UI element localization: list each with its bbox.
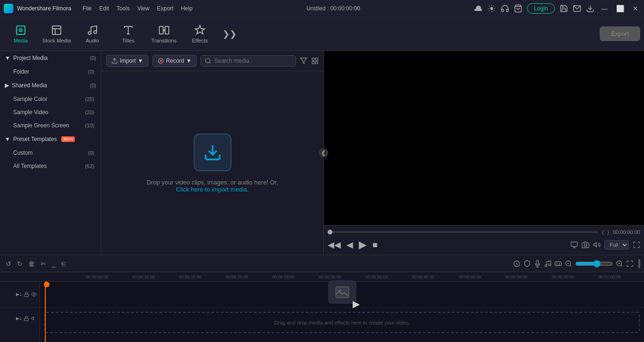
progress-bar[interactable] (328, 231, 598, 233)
preset-templates-label: Preset Templates (13, 136, 57, 142)
sidebar-item-sample-color[interactable]: Sample Color (25) (0, 92, 101, 106)
export-button[interactable]: Export (600, 26, 640, 41)
chevron-down-icon2: ▼ (5, 136, 10, 142)
step-back-button[interactable]: ◀◀ (328, 240, 341, 250)
headset-icon[interactable] (501, 4, 509, 13)
cloud-icon[interactable] (474, 4, 483, 13)
filter-icon[interactable] (300, 57, 307, 65)
motion-icon[interactable] (513, 260, 520, 267)
sidebar-item-folder[interactable]: Folder (0) (0, 65, 101, 78)
svg-rect-17 (312, 61, 314, 64)
stop-button[interactable]: ■ (372, 240, 378, 250)
timeline-end-marker (638, 259, 640, 268)
drop-zone[interactable]: Drag and drop media and effects here to … (44, 312, 640, 333)
sample-video-count: (20) (85, 109, 94, 115)
zoom-in-icon[interactable] (616, 260, 623, 267)
toolbar-titles[interactable]: Titles (111, 18, 145, 50)
search-input[interactable] (214, 58, 292, 64)
svg-point-12 (206, 58, 210, 63)
adjust-button[interactable]: ⎯ (50, 258, 58, 269)
close-button[interactable]: ✕ (631, 5, 640, 12)
import-link[interactable]: Click here to import media. (176, 186, 249, 193)
zoom-slider[interactable] (575, 260, 613, 267)
search-box[interactable] (200, 55, 296, 67)
undo-button[interactable]: ↺ (4, 258, 13, 269)
caption-icon[interactable] (554, 260, 562, 267)
grid-icon[interactable] (311, 57, 319, 65)
audio-adjust-button[interactable]: ⎗ (59, 258, 67, 269)
lock-icon[interactable] (24, 292, 29, 297)
menu-help[interactable]: Help (181, 5, 193, 12)
sidebar-project-media[interactable]: ▼ Project Media (0) (0, 51, 101, 65)
zoom-out-icon[interactable] (565, 260, 572, 267)
app-name: Wondershare Filmora (17, 5, 71, 12)
track-labels: ▶1 ▶1 (0, 282, 40, 342)
sidebar-shared-media[interactable]: ▶ Shared Media (0) (0, 78, 101, 92)
track-number-a1: ▶1 (16, 316, 22, 321)
svg-rect-2 (17, 26, 25, 34)
shield-icon[interactable] (523, 260, 531, 267)
monitor-icon[interactable] (570, 241, 578, 249)
new-badge: NEW (61, 136, 75, 142)
minimize-button[interactable]: — (599, 5, 610, 12)
toolbar-media[interactable]: Media (4, 18, 38, 50)
maximize-button[interactable]: ⬜ (614, 5, 626, 12)
screenshot-icon[interactable] (582, 241, 589, 249)
sidebar-item-sample-video[interactable]: Sample Video (20) (0, 106, 101, 119)
download-icon[interactable] (586, 4, 594, 13)
titlebar: Wondershare Filmora File Edit Tools View… (0, 0, 644, 17)
toolbar-transitions[interactable]: Transitions (147, 18, 181, 50)
frame-back-button[interactable]: ◀ (347, 240, 353, 250)
svg-line-13 (209, 62, 211, 64)
play-button[interactable]: ▶ (359, 239, 367, 251)
menu-file[interactable]: File (83, 5, 91, 12)
sidebar-preset-templates[interactable]: ▼ Preset Templates NEW (0, 132, 101, 146)
import-label: Import (120, 58, 136, 64)
svg-rect-36 (25, 318, 29, 321)
audio-lock-icon[interactable] (24, 316, 29, 321)
eye-icon[interactable] (31, 292, 37, 297)
sidebar-item-all-templates[interactable]: All Templates (62) (0, 159, 101, 173)
save-icon[interactable] (560, 4, 568, 13)
delete-button[interactable]: 🗑 (26, 258, 37, 269)
menu-view[interactable]: View (137, 5, 149, 12)
fit-icon[interactable] (626, 260, 634, 267)
menu-edit[interactable]: Edit (99, 5, 109, 12)
sidebar-item-custom[interactable]: Custom (0) (0, 146, 101, 159)
menu-export[interactable]: Export (157, 5, 173, 12)
sun-icon[interactable] (487, 4, 496, 13)
project-media-label: Project Media (13, 55, 48, 61)
ruler-mark-10: 00:00:55:00 (551, 275, 597, 279)
svg-point-11 (160, 60, 162, 62)
toolbar-stock-media[interactable]: Stock Media (40, 18, 74, 50)
collapse-panel-button[interactable]: ❮ (319, 148, 328, 158)
chevron-down-icon: ▼ (5, 55, 10, 61)
toolbar-effects-label: Effects (192, 38, 207, 43)
music-icon[interactable] (544, 260, 552, 267)
quality-select[interactable]: Full 1/2 1/4 (604, 240, 629, 250)
ruler-mark-8: 00:00:45:00 (458, 275, 504, 279)
menu-tools[interactable]: Tools (116, 5, 130, 12)
import-button[interactable]: Import ▼ (106, 55, 149, 67)
toolbar-more-button[interactable]: ❯❯ (219, 29, 240, 39)
record-button[interactable]: Record ▼ (152, 55, 197, 67)
toolbar-audio[interactable]: Audio (75, 18, 109, 50)
cut-button[interactable]: ✄ (39, 258, 48, 269)
mic-icon[interactable] (534, 260, 541, 267)
sidebar-item-sample-green[interactable]: Sample Green Screen (10) (0, 119, 101, 132)
toolbar-effects[interactable]: Effects (183, 18, 217, 50)
login-button[interactable]: Login (527, 3, 555, 14)
svg-rect-38 (336, 287, 349, 298)
mail-icon[interactable] (573, 4, 581, 13)
audio-mute-icon[interactable] (31, 316, 37, 321)
track-row-video[interactable]: ▶ (40, 282, 644, 308)
playhead (45, 282, 46, 342)
volume-icon[interactable] (593, 241, 601, 249)
fullscreen-icon[interactable] (633, 241, 640, 249)
shop-icon[interactable] (514, 4, 522, 13)
redo-button[interactable]: ↻ (15, 258, 25, 269)
content-toolbar: Import ▼ Record ▼ (101, 51, 323, 71)
ruler-mark-7: 00:00:40:00 (411, 275, 458, 279)
custom-label: Custom (13, 150, 33, 156)
content-toolbar-icons (300, 57, 319, 65)
